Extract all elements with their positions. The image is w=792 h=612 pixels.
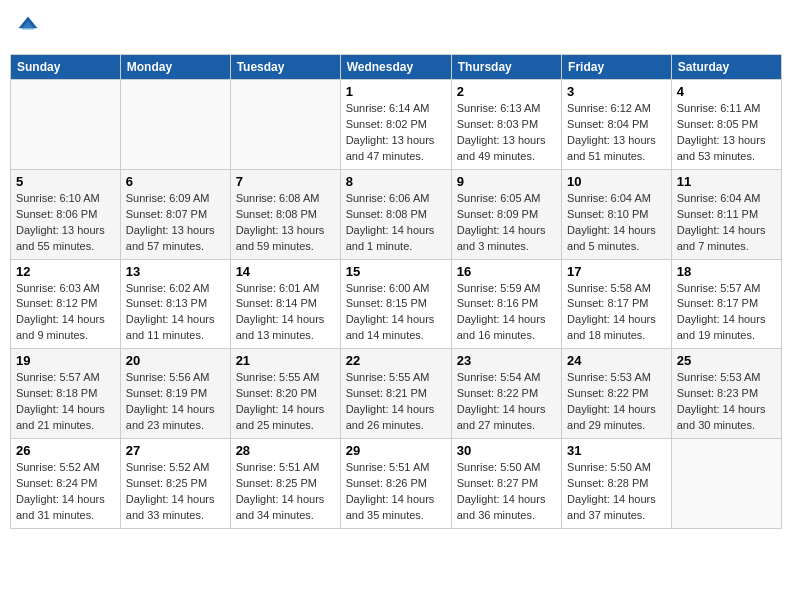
calendar-week-row: 26Sunrise: 5:52 AMSunset: 8:24 PMDayligh… — [11, 439, 782, 529]
calendar-cell: 5Sunrise: 6:10 AMSunset: 8:06 PMDaylight… — [11, 169, 121, 259]
day-number: 5 — [16, 174, 115, 189]
calendar-cell: 3Sunrise: 6:12 AMSunset: 8:04 PMDaylight… — [562, 80, 672, 170]
day-info: Sunrise: 6:08 AMSunset: 8:08 PMDaylight:… — [236, 191, 335, 255]
day-number: 14 — [236, 264, 335, 279]
calendar-cell: 17Sunrise: 5:58 AMSunset: 8:17 PMDayligh… — [562, 259, 672, 349]
day-info: Sunrise: 6:03 AMSunset: 8:12 PMDaylight:… — [16, 281, 115, 345]
day-info: Sunrise: 5:50 AMSunset: 8:27 PMDaylight:… — [457, 460, 556, 524]
calendar-cell: 30Sunrise: 5:50 AMSunset: 8:27 PMDayligh… — [451, 439, 561, 529]
day-number: 21 — [236, 353, 335, 368]
day-info: Sunrise: 5:59 AMSunset: 8:16 PMDaylight:… — [457, 281, 556, 345]
day-info: Sunrise: 5:51 AMSunset: 8:25 PMDaylight:… — [236, 460, 335, 524]
day-number: 16 — [457, 264, 556, 279]
calendar-cell: 11Sunrise: 6:04 AMSunset: 8:11 PMDayligh… — [671, 169, 781, 259]
day-info: Sunrise: 6:04 AMSunset: 8:11 PMDaylight:… — [677, 191, 776, 255]
day-number: 6 — [126, 174, 225, 189]
day-number: 26 — [16, 443, 115, 458]
day-number: 4 — [677, 84, 776, 99]
day-number: 13 — [126, 264, 225, 279]
calendar-cell: 22Sunrise: 5:55 AMSunset: 8:21 PMDayligh… — [340, 349, 451, 439]
calendar-cell: 9Sunrise: 6:05 AMSunset: 8:09 PMDaylight… — [451, 169, 561, 259]
day-info: Sunrise: 5:50 AMSunset: 8:28 PMDaylight:… — [567, 460, 666, 524]
day-info: Sunrise: 6:02 AMSunset: 8:13 PMDaylight:… — [126, 281, 225, 345]
day-number: 15 — [346, 264, 446, 279]
day-info: Sunrise: 5:53 AMSunset: 8:22 PMDaylight:… — [567, 370, 666, 434]
day-number: 8 — [346, 174, 446, 189]
day-info: Sunrise: 6:13 AMSunset: 8:03 PMDaylight:… — [457, 101, 556, 165]
calendar-cell — [120, 80, 230, 170]
calendar-week-row: 1Sunrise: 6:14 AMSunset: 8:02 PMDaylight… — [11, 80, 782, 170]
day-info: Sunrise: 6:04 AMSunset: 8:10 PMDaylight:… — [567, 191, 666, 255]
day-number: 22 — [346, 353, 446, 368]
calendar-cell: 2Sunrise: 6:13 AMSunset: 8:03 PMDaylight… — [451, 80, 561, 170]
weekday-header: Friday — [562, 55, 672, 80]
day-info: Sunrise: 6:06 AMSunset: 8:08 PMDaylight:… — [346, 191, 446, 255]
calendar-cell — [230, 80, 340, 170]
calendar-cell: 18Sunrise: 5:57 AMSunset: 8:17 PMDayligh… — [671, 259, 781, 349]
day-number: 9 — [457, 174, 556, 189]
day-info: Sunrise: 5:58 AMSunset: 8:17 PMDaylight:… — [567, 281, 666, 345]
calendar-cell: 13Sunrise: 6:02 AMSunset: 8:13 PMDayligh… — [120, 259, 230, 349]
calendar-cell: 7Sunrise: 6:08 AMSunset: 8:08 PMDaylight… — [230, 169, 340, 259]
calendar-week-row: 12Sunrise: 6:03 AMSunset: 8:12 PMDayligh… — [11, 259, 782, 349]
calendar-week-row: 5Sunrise: 6:10 AMSunset: 8:06 PMDaylight… — [11, 169, 782, 259]
day-info: Sunrise: 5:57 AMSunset: 8:18 PMDaylight:… — [16, 370, 115, 434]
calendar-cell: 29Sunrise: 5:51 AMSunset: 8:26 PMDayligh… — [340, 439, 451, 529]
calendar-cell — [11, 80, 121, 170]
day-info: Sunrise: 5:53 AMSunset: 8:23 PMDaylight:… — [677, 370, 776, 434]
weekday-header: Wednesday — [340, 55, 451, 80]
calendar-cell: 1Sunrise: 6:14 AMSunset: 8:02 PMDaylight… — [340, 80, 451, 170]
calendar-cell: 20Sunrise: 5:56 AMSunset: 8:19 PMDayligh… — [120, 349, 230, 439]
weekday-header: Tuesday — [230, 55, 340, 80]
calendar-cell — [671, 439, 781, 529]
day-number: 25 — [677, 353, 776, 368]
weekday-header: Monday — [120, 55, 230, 80]
calendar-cell: 27Sunrise: 5:52 AMSunset: 8:25 PMDayligh… — [120, 439, 230, 529]
calendar-table: SundayMondayTuesdayWednesdayThursdayFrid… — [10, 54, 782, 529]
calendar-cell: 28Sunrise: 5:51 AMSunset: 8:25 PMDayligh… — [230, 439, 340, 529]
day-info: Sunrise: 5:51 AMSunset: 8:26 PMDaylight:… — [346, 460, 446, 524]
day-number: 10 — [567, 174, 666, 189]
day-number: 18 — [677, 264, 776, 279]
logo-icon — [17, 15, 39, 37]
day-info: Sunrise: 6:11 AMSunset: 8:05 PMDaylight:… — [677, 101, 776, 165]
day-number: 19 — [16, 353, 115, 368]
calendar-cell: 8Sunrise: 6:06 AMSunset: 8:08 PMDaylight… — [340, 169, 451, 259]
day-info: Sunrise: 5:52 AMSunset: 8:25 PMDaylight:… — [126, 460, 225, 524]
calendar-cell: 4Sunrise: 6:11 AMSunset: 8:05 PMDaylight… — [671, 80, 781, 170]
day-info: Sunrise: 6:10 AMSunset: 8:06 PMDaylight:… — [16, 191, 115, 255]
day-number: 1 — [346, 84, 446, 99]
day-number: 27 — [126, 443, 225, 458]
day-number: 28 — [236, 443, 335, 458]
calendar-week-row: 19Sunrise: 5:57 AMSunset: 8:18 PMDayligh… — [11, 349, 782, 439]
calendar-cell: 31Sunrise: 5:50 AMSunset: 8:28 PMDayligh… — [562, 439, 672, 529]
weekday-header: Thursday — [451, 55, 561, 80]
calendar-cell: 26Sunrise: 5:52 AMSunset: 8:24 PMDayligh… — [11, 439, 121, 529]
calendar-cell: 21Sunrise: 5:55 AMSunset: 8:20 PMDayligh… — [230, 349, 340, 439]
day-info: Sunrise: 6:00 AMSunset: 8:15 PMDaylight:… — [346, 281, 446, 345]
calendar-cell: 14Sunrise: 6:01 AMSunset: 8:14 PMDayligh… — [230, 259, 340, 349]
page-header — [10, 10, 782, 46]
day-info: Sunrise: 6:14 AMSunset: 8:02 PMDaylight:… — [346, 101, 446, 165]
day-info: Sunrise: 5:52 AMSunset: 8:24 PMDaylight:… — [16, 460, 115, 524]
calendar-cell: 6Sunrise: 6:09 AMSunset: 8:07 PMDaylight… — [120, 169, 230, 259]
day-info: Sunrise: 6:12 AMSunset: 8:04 PMDaylight:… — [567, 101, 666, 165]
weekday-header: Saturday — [671, 55, 781, 80]
calendar-cell: 19Sunrise: 5:57 AMSunset: 8:18 PMDayligh… — [11, 349, 121, 439]
calendar-cell: 16Sunrise: 5:59 AMSunset: 8:16 PMDayligh… — [451, 259, 561, 349]
day-number: 20 — [126, 353, 225, 368]
day-number: 7 — [236, 174, 335, 189]
day-info: Sunrise: 6:01 AMSunset: 8:14 PMDaylight:… — [236, 281, 335, 345]
calendar-cell: 25Sunrise: 5:53 AMSunset: 8:23 PMDayligh… — [671, 349, 781, 439]
day-number: 3 — [567, 84, 666, 99]
day-info: Sunrise: 5:55 AMSunset: 8:21 PMDaylight:… — [346, 370, 446, 434]
day-info: Sunrise: 5:55 AMSunset: 8:20 PMDaylight:… — [236, 370, 335, 434]
day-info: Sunrise: 5:54 AMSunset: 8:22 PMDaylight:… — [457, 370, 556, 434]
weekday-header: Sunday — [11, 55, 121, 80]
calendar-cell: 24Sunrise: 5:53 AMSunset: 8:22 PMDayligh… — [562, 349, 672, 439]
calendar-header-row: SundayMondayTuesdayWednesdayThursdayFrid… — [11, 55, 782, 80]
day-number: 11 — [677, 174, 776, 189]
day-info: Sunrise: 6:05 AMSunset: 8:09 PMDaylight:… — [457, 191, 556, 255]
day-number: 2 — [457, 84, 556, 99]
day-info: Sunrise: 5:57 AMSunset: 8:17 PMDaylight:… — [677, 281, 776, 345]
